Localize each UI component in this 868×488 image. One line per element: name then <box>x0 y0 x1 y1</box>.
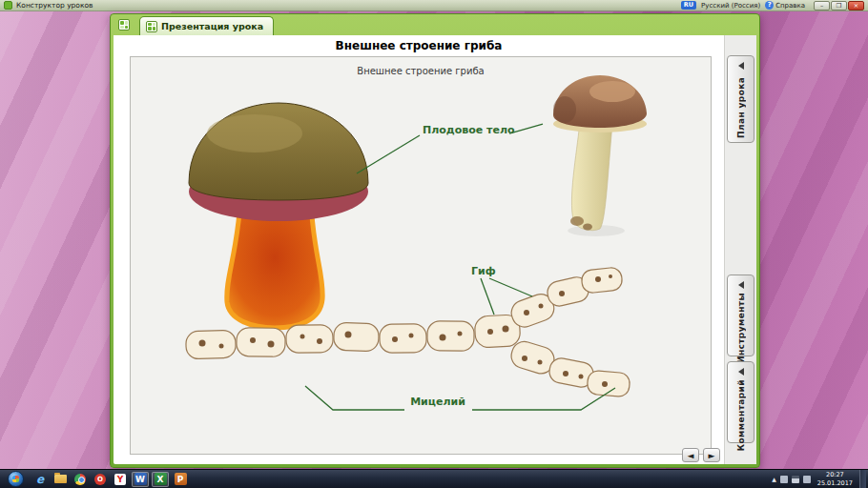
side-tab-comment[interactable]: Комментарий <box>727 361 754 443</box>
tray-icon[interactable] <box>780 476 788 483</box>
system-tray: ▲ 20:27 25.01.2017 <box>772 470 866 488</box>
help-button[interactable]: ? Справка <box>765 1 805 10</box>
desktop: Конструктор уроков RU Русский (Россия) ?… <box>0 0 868 488</box>
powerpoint-icon[interactable]: P <box>172 472 189 487</box>
slide-navigation: ◄ ► <box>682 448 720 462</box>
tab-lesson-presentation[interactable]: Презентация урока <box>139 16 274 35</box>
tray-date: 25.01.2017 <box>817 479 853 487</box>
word-icon[interactable]: W <box>132 472 149 487</box>
internet-explorer-icon[interactable]: e <box>31 472 49 487</box>
side-tab-rail: План урока Инструменты Комментарий <box>724 35 756 464</box>
previous-slide-button[interactable]: ◄ <box>682 448 699 462</box>
app-icon <box>4 1 12 10</box>
minimize-button[interactable]: – <box>814 1 830 10</box>
network-icon[interactable] <box>792 476 799 483</box>
show-desktop-button[interactable] <box>859 470 866 488</box>
help-icon: ? <box>765 1 774 10</box>
tab-strip-icon <box>118 19 130 30</box>
slide-canvas: Внешнее строение гриба <box>130 56 712 455</box>
window-title: Конструктор уроков <box>16 1 93 10</box>
slide-heading: Внешнее строение гриба <box>114 39 724 52</box>
presentation-icon <box>146 21 157 32</box>
lesson-constructor-window: Презентация урока Внешнее строение гриба… <box>110 13 760 468</box>
mushroom-photo <box>553 75 647 236</box>
start-button[interactable] <box>8 471 24 487</box>
help-label: Справка <box>775 2 805 10</box>
language-label[interactable]: Русский (Россия) <box>701 2 760 10</box>
volume-icon[interactable] <box>803 476 811 483</box>
show-hidden-icons[interactable]: ▲ <box>772 476 776 482</box>
tray-time: 20:27 <box>817 471 853 478</box>
label-hypha: Гиф <box>471 265 496 277</box>
opera-icon[interactable]: O <box>92 472 109 487</box>
language-badge[interactable]: RU <box>681 1 696 10</box>
mushroom-illustration <box>189 103 368 328</box>
taskbar: e O Y W X P ▲ 20:27 25.01.2017 <box>0 469 868 488</box>
close-button[interactable]: × <box>848 1 864 10</box>
collapse-arrow-icon <box>738 368 744 376</box>
collapse-arrow-icon <box>738 62 744 70</box>
side-tab-lesson-plan[interactable]: План урока <box>727 55 754 143</box>
clock[interactable]: 20:27 25.01.2017 <box>815 471 856 487</box>
label-fruiting-body: Плодовое тело <box>423 124 515 136</box>
collapse-arrow-icon <box>738 281 744 289</box>
window-titlebar: Конструктор уроков RU Русский (Россия) ?… <box>0 0 868 11</box>
file-explorer-icon[interactable] <box>52 472 69 487</box>
next-slide-button[interactable]: ► <box>703 448 720 462</box>
slide-area: Внешнее строение гриба Внешнее строение … <box>114 35 724 464</box>
chrome-icon[interactable] <box>72 472 89 487</box>
side-tab-tools[interactable]: Инструменты <box>727 274 754 356</box>
yandex-browser-icon[interactable]: Y <box>112 472 129 487</box>
label-mycelium: Мицелий <box>406 396 469 408</box>
tab-label: Презентация урока <box>161 21 263 31</box>
maximize-button[interactable]: ❐ <box>831 1 847 10</box>
excel-icon[interactable]: X <box>152 472 169 487</box>
